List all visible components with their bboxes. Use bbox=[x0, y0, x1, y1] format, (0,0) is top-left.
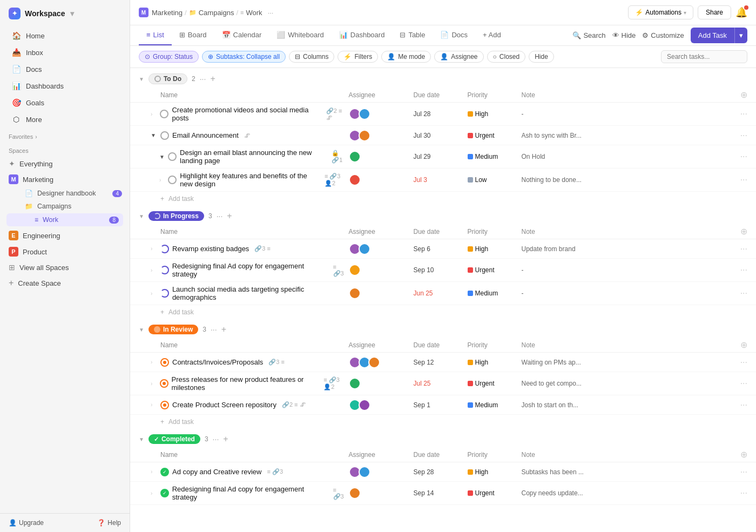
task-more-button[interactable]: ··· bbox=[731, 131, 747, 140]
task-status-circle[interactable] bbox=[160, 358, 169, 367]
task-more-button[interactable]: ··· bbox=[731, 400, 747, 410]
task-title[interactable]: Email Announcement bbox=[172, 131, 239, 139]
group-dots-completed[interactable]: ··· bbox=[213, 435, 219, 443]
row-chevron[interactable]: › bbox=[151, 402, 157, 408]
tab-dashboard[interactable]: 📊 Dashboard bbox=[332, 25, 393, 45]
task-status-circle[interactable]: ✓ bbox=[160, 468, 169, 476]
task-status-circle[interactable] bbox=[168, 176, 177, 184]
tab-table[interactable]: ⊟ Table bbox=[392, 25, 433, 45]
sidebar-item-engineering[interactable]: E Engineering bbox=[3, 228, 126, 243]
hide-action[interactable]: 👁 Hide bbox=[612, 31, 636, 39]
assignee-filter[interactable]: 👤 Assignee bbox=[434, 51, 483, 63]
group-dots-inprogress[interactable]: ··· bbox=[217, 212, 223, 220]
task-title[interactable]: Press releases for new product features … bbox=[172, 375, 319, 392]
tab-docs[interactable]: 📄 Docs bbox=[433, 25, 475, 45]
group-plus-inprogress[interactable]: + bbox=[227, 211, 232, 221]
row-chevron[interactable]: ▼ bbox=[159, 154, 165, 160]
task-title[interactable]: Create Product Screen repository bbox=[172, 401, 276, 409]
task-more-button[interactable]: ··· bbox=[731, 488, 747, 498]
notification-bell[interactable]: 🔔 bbox=[735, 6, 747, 18]
search-tasks-input[interactable] bbox=[661, 50, 747, 63]
row-chevron[interactable]: › bbox=[151, 469, 157, 475]
task-status-circle[interactable] bbox=[160, 245, 169, 253]
tab-whiteboard[interactable]: ⬜ Whiteboard bbox=[269, 25, 331, 45]
task-more-button[interactable]: ··· bbox=[731, 265, 747, 275]
task-title[interactable]: Highlight key features and benefits of t… bbox=[180, 172, 319, 188]
row-chevron[interactable]: › bbox=[151, 291, 157, 297]
closed-filter[interactable]: ○ Closed bbox=[487, 51, 526, 63]
col-add-todo[interactable]: ⊕ bbox=[731, 90, 747, 100]
group-toggle-inprogress[interactable]: ▼ bbox=[139, 213, 144, 219]
task-title[interactable]: Ad copy and Creative review bbox=[172, 468, 261, 476]
task-status-circle[interactable] bbox=[160, 379, 168, 388]
row-chevron[interactable]: › bbox=[151, 267, 157, 273]
row-chevron[interactable]: › bbox=[159, 177, 165, 183]
row-chevron[interactable]: ▼ bbox=[151, 132, 157, 138]
task-title[interactable]: Create promotional videos and social med… bbox=[172, 106, 320, 122]
col-add-completed[interactable]: ⊕ bbox=[731, 449, 747, 460]
help-button[interactable]: ❓ Help bbox=[97, 519, 121, 527]
search-action[interactable]: 🔍 Search bbox=[572, 31, 605, 39]
group-plus-todo[interactable]: + bbox=[210, 74, 215, 84]
group-status-filter[interactable]: ⊙ Group: Status bbox=[139, 51, 199, 63]
sidebar-item-work[interactable]: ≡ Work 8 bbox=[6, 213, 123, 226]
task-more-button[interactable]: ··· bbox=[731, 358, 747, 367]
task-title[interactable]: Design an email blast announcing the new… bbox=[180, 149, 326, 165]
row-chevron[interactable]: › bbox=[151, 111, 157, 117]
task-status-circle[interactable] bbox=[160, 289, 169, 298]
task-status-circle[interactable] bbox=[160, 110, 168, 118]
tab-list[interactable]: ≡ List bbox=[139, 25, 172, 45]
add-task-inprogress[interactable]: + Add task bbox=[130, 305, 756, 319]
row-chevron[interactable]: › bbox=[151, 381, 157, 387]
tab-board[interactable]: ⊞ Board bbox=[172, 25, 214, 45]
sidebar-item-docs[interactable]: 📄 Docs bbox=[3, 61, 126, 77]
customize-action[interactable]: ⚙ Customize bbox=[642, 31, 684, 39]
share-button[interactable]: Share bbox=[698, 5, 731, 19]
row-chevron[interactable]: › bbox=[151, 359, 157, 365]
task-status-circle[interactable] bbox=[160, 131, 169, 140]
col-add-inreview[interactable]: ⊕ bbox=[731, 340, 747, 350]
task-status-circle[interactable]: ✓ bbox=[160, 489, 169, 497]
group-toggle-inreview[interactable]: ▼ bbox=[139, 327, 144, 333]
group-toggle-todo[interactable]: ▼ bbox=[139, 76, 144, 82]
sidebar-item-create-space[interactable]: + Create Space bbox=[3, 275, 126, 291]
sidebar-item-designer-handbook[interactable]: 📄 Designer handbook 4 bbox=[3, 187, 126, 200]
task-more-button[interactable]: ··· bbox=[731, 244, 747, 254]
add-task-button[interactable]: Add Task bbox=[691, 28, 734, 43]
task-status-circle[interactable] bbox=[168, 152, 177, 161]
task-title[interactable]: Launch social media ads targeting specif… bbox=[172, 285, 349, 301]
tab-add[interactable]: + Add bbox=[475, 25, 509, 45]
breadcrumb-work[interactable]: Work bbox=[246, 9, 262, 17]
task-more-button[interactable]: ··· bbox=[731, 109, 747, 119]
group-dots-inreview[interactable]: ··· bbox=[211, 325, 217, 334]
columns-filter[interactable]: ⊟ Columns bbox=[289, 51, 334, 63]
filters-button[interactable]: ⚡ Filters bbox=[338, 51, 378, 63]
subtasks-filter[interactable]: ⊕ Subtasks: Collapse all bbox=[202, 51, 286, 63]
tab-calendar[interactable]: 📅 Calendar bbox=[214, 25, 269, 45]
task-more-button[interactable]: ··· bbox=[731, 152, 747, 161]
sidebar-item-campaigns[interactable]: 📁 Campaigns bbox=[3, 200, 126, 213]
group-dots-todo[interactable]: ··· bbox=[200, 75, 206, 83]
upgrade-button[interactable]: 👤 Upgrade bbox=[9, 519, 44, 527]
add-task-todo[interactable]: + Add task bbox=[130, 192, 756, 206]
sidebar-item-goals[interactable]: 🎯 Goals bbox=[3, 95, 126, 111]
task-title[interactable]: Redesigning final Ad copy for engagement… bbox=[172, 485, 328, 501]
task-title[interactable]: Redesigning final Ad copy for engagement… bbox=[172, 262, 328, 278]
sidebar-item-more[interactable]: ⬡ More bbox=[3, 111, 126, 127]
sidebar-item-everything[interactable]: ✦ Everything bbox=[3, 157, 126, 171]
hide-filter[interactable]: Hide bbox=[529, 51, 554, 63]
row-chevron[interactable]: › bbox=[151, 490, 157, 496]
topbar-more-icon[interactable]: ··· bbox=[268, 9, 274, 17]
workspace-title[interactable]: ✦ Workspace ▾ bbox=[0, 0, 130, 27]
task-title[interactable]: Contracts/Invoices/Proposals bbox=[172, 358, 263, 366]
sidebar-item-product[interactable]: P Product bbox=[3, 244, 126, 259]
sidebar-item-dashboards[interactable]: 📊 Dashboards bbox=[3, 78, 126, 94]
add-task-dropdown-button[interactable]: ▾ bbox=[734, 28, 747, 43]
sidebar-item-inbox[interactable]: 📥 Inbox bbox=[3, 44, 126, 60]
sidebar-item-marketing[interactable]: M Marketing bbox=[3, 172, 126, 187]
col-add-inprogress[interactable]: ⊕ bbox=[731, 226, 747, 237]
breadcrumb-campaigns[interactable]: Campaigns bbox=[199, 9, 234, 17]
sidebar-item-view-all-spaces[interactable]: ⊞ View all Spaces bbox=[3, 260, 126, 274]
add-task-inreview[interactable]: + Add task bbox=[130, 415, 756, 429]
row-chevron[interactable]: › bbox=[151, 246, 157, 252]
